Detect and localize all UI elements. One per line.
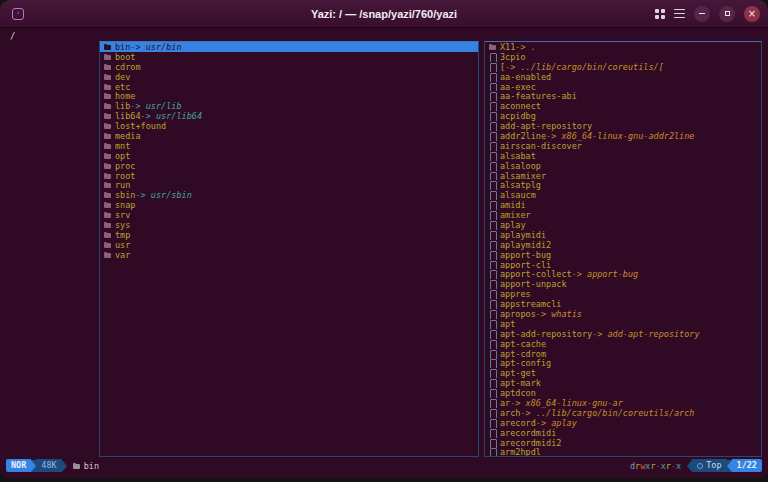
list-item[interactable]: bin -> usr/bin <box>100 42 478 52</box>
hovered-file-name: bin <box>84 461 99 471</box>
entry-name: X11 <box>500 42 515 52</box>
list-item[interactable]: etc <box>100 82 478 92</box>
list-item[interactable]: apt-get <box>485 368 761 378</box>
file-icon <box>489 73 497 81</box>
list-item[interactable]: arecordmidi2 <box>485 438 761 448</box>
list-item[interactable]: alsatplg <box>485 180 761 190</box>
list-item[interactable]: arecordmidi <box>485 428 761 438</box>
list-item[interactable]: alsamixer <box>485 171 761 181</box>
entry-name: run <box>115 180 130 190</box>
list-item[interactable]: [ -> ../lib/cargo/bin/coreutils/[ <box>485 62 761 72</box>
list-item[interactable]: sys <box>100 220 478 230</box>
entry-name: amidi <box>500 200 526 210</box>
current-pane[interactable]: bin -> usr/binbootcdromdevetchomelib -> … <box>99 41 479 457</box>
list-item[interactable]: alsabat <box>485 151 761 161</box>
list-item[interactable]: dev <box>100 72 478 82</box>
list-item[interactable]: alsaloop <box>485 161 761 171</box>
entry-name: add-apt-repository <box>500 121 592 131</box>
list-item[interactable]: lib64 -> usr/lib64 <box>100 111 478 121</box>
list-item[interactable]: apropos -> whatis <box>485 309 761 319</box>
list-item[interactable]: apt-mark <box>485 378 761 388</box>
list-item[interactable]: run <box>100 180 478 190</box>
entry-name: apt-cache <box>500 339 546 349</box>
list-item[interactable]: aa-exec <box>485 82 761 92</box>
list-item[interactable]: srv <box>100 210 478 220</box>
parent-pane <box>6 41 94 457</box>
list-item[interactable]: airscan-discover <box>485 141 761 151</box>
list-item[interactable]: boot <box>100 52 478 62</box>
list-item[interactable]: apport-collect -> apport-bug <box>485 269 761 279</box>
entry-name: alsaloop <box>500 161 541 171</box>
list-item[interactable]: apt-cdrom <box>485 349 761 359</box>
list-item[interactable]: apport-unpack <box>485 279 761 289</box>
list-item[interactable]: aa-enabled <box>485 72 761 82</box>
list-item[interactable]: opt <box>100 151 478 161</box>
scroll-label: Top <box>706 459 721 472</box>
list-item[interactable]: apt-cache <box>485 339 761 349</box>
list-item[interactable]: aplaymidi <box>485 230 761 240</box>
list-item[interactable]: sbin -> usr/sbin <box>100 190 478 200</box>
entry-name: aa-exec <box>500 82 536 92</box>
maximize-button[interactable] <box>719 6 735 22</box>
list-item[interactable]: arm2hpdl <box>485 448 761 457</box>
list-item[interactable]: appstreamcli <box>485 299 761 309</box>
minimize-button[interactable] <box>694 6 710 22</box>
folder-icon <box>104 142 112 150</box>
list-item[interactable]: apt-config <box>485 359 761 369</box>
list-item[interactable]: alsaucm <box>485 190 761 200</box>
list-item[interactable]: add-apt-repository <box>485 121 761 131</box>
file-icon <box>489 290 497 298</box>
list-item[interactable]: mnt <box>100 141 478 151</box>
list-item[interactable]: tmp <box>100 230 478 240</box>
list-item[interactable]: media <box>100 131 478 141</box>
tab-overview-icon[interactable] <box>655 9 665 19</box>
list-item[interactable]: X11 -> . <box>485 42 761 52</box>
list-item[interactable]: addr2line -> x86_64-linux-gnu-addr2line <box>485 131 761 141</box>
list-item[interactable]: 3cpio <box>485 52 761 62</box>
list-item[interactable]: apport-cli <box>485 260 761 270</box>
list-item[interactable]: arecord -> aplay <box>485 418 761 428</box>
list-item[interactable]: root <box>100 171 478 181</box>
list-item[interactable]: cdrom <box>100 62 478 72</box>
list-item[interactable]: lost+found <box>100 121 478 131</box>
list-item[interactable]: apt-add-repository -> add-apt-repository <box>485 329 761 339</box>
file-icon <box>489 172 497 180</box>
preview-pane[interactable]: X11 -> .3cpio[ -> ../lib/cargo/bin/coreu… <box>484 41 762 457</box>
symlink-target: -> apport-bug <box>572 269 639 279</box>
symlink-target: -> usr/lib64 <box>141 111 202 121</box>
list-item[interactable]: ar -> x86_64-linux-gnu-ar <box>485 398 761 408</box>
list-item[interactable]: aplay <box>485 220 761 230</box>
list-item[interactable]: proc <box>100 161 478 171</box>
list-item[interactable]: aa-features-abi <box>485 91 761 101</box>
close-button[interactable]: × <box>744 6 760 22</box>
titlebar[interactable]: › Yazi: / — /snap/yazi/760/yazi × <box>0 0 768 28</box>
file-icon <box>489 191 497 199</box>
list-item[interactable]: appres <box>485 289 761 299</box>
entry-name: apport-unpack <box>500 279 567 289</box>
entry-name: bin <box>115 42 130 52</box>
list-item[interactable]: amidi <box>485 200 761 210</box>
list-item[interactable]: amixer <box>485 210 761 220</box>
list-item[interactable]: snap <box>100 200 478 210</box>
list-item[interactable]: var <box>100 250 478 260</box>
file-icon <box>489 310 497 318</box>
list-item[interactable]: aconnect <box>485 101 761 111</box>
list-item[interactable]: usr <box>100 240 478 250</box>
list-item[interactable]: home <box>100 91 478 101</box>
entry-name: var <box>115 250 130 260</box>
file-icon <box>489 112 497 120</box>
file-icon <box>489 448 497 456</box>
symlink-target: -> usr/sbin <box>135 190 191 200</box>
folder-icon <box>104 181 112 189</box>
list-item[interactable]: arch -> ../lib/cargo/bin/coreutils/arch <box>485 408 761 418</box>
list-item[interactable]: apport-bug <box>485 250 761 260</box>
file-icon <box>489 409 497 417</box>
list-item[interactable]: acpidbg <box>485 111 761 121</box>
list-item[interactable]: apt <box>485 319 761 329</box>
list-item[interactable]: aplaymidi2 <box>485 240 761 250</box>
entry-name: aa-enabled <box>500 72 551 82</box>
list-item[interactable]: aptdcon <box>485 388 761 398</box>
list-item[interactable]: lib -> usr/lib <box>100 101 478 111</box>
menu-icon[interactable] <box>674 9 685 19</box>
symlink-target: -> x86_64-linux-gnu-addr2line <box>546 131 694 141</box>
